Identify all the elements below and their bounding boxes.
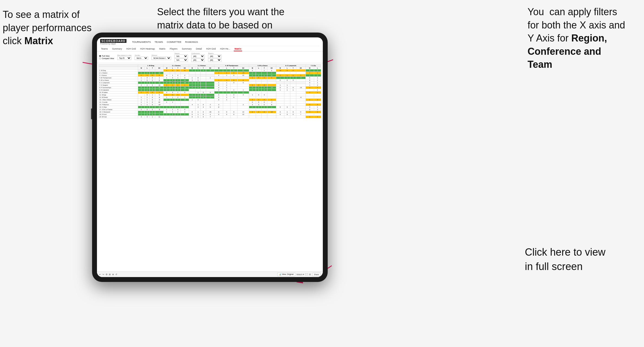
table-row: 1. W Ding 12011 110-2 12017 010 1302 02: [99, 69, 321, 72]
subnav-players[interactable]: Players: [169, 47, 178, 51]
subnav-h2h-grid[interactable]: H2H Grid: [125, 47, 136, 51]
tablet-side-button: [91, 108, 92, 119]
view-full-label: Full View: [102, 55, 109, 57]
annotation-topmid: Select the filters you want the matrix d…: [157, 5, 298, 32]
row-name: 4. M Thorbjornsen: [99, 77, 138, 79]
radio-compact: [99, 57, 101, 59]
subh-l4: L: [223, 67, 230, 69]
filter-division-label: Division: [151, 54, 171, 56]
table-row: 12. M Riedel 110-6 1101 1101 010 -6: [99, 96, 321, 99]
filter-players-select2[interactable]: (All): [208, 58, 222, 62]
subnav-h2h-grid2[interactable]: H2H Grid: [205, 47, 216, 51]
settings-icon[interactable]: ⚙: [106, 273, 108, 276]
filter-region-select[interactable]: N/A: [174, 54, 188, 58]
subnav-matrix[interactable]: Matrix: [158, 47, 166, 51]
filter-gender-select[interactable]: Men's: [135, 56, 148, 60]
layout-icon[interactable]: ⊟: [309, 273, 311, 276]
view-options: Full View Compact View: [99, 55, 114, 59]
subnav-summary2[interactable]: Summary: [181, 47, 192, 51]
refresh-icon[interactable]: ↺: [115, 273, 117, 276]
row-name: 8. P Summerhays: [99, 86, 138, 89]
share-button[interactable]: Share: [312, 273, 321, 276]
table-row: 17. S De La Fuente 200-8 1100 02: [99, 108, 321, 111]
filter-players-select[interactable]: (All): [208, 54, 222, 58]
fullscreen-icon[interactable]: ⛶: [305, 273, 308, 276]
nav-committee[interactable]: COMMITTEE: [167, 41, 181, 43]
filter-region-select2[interactable]: N/A: [174, 58, 188, 62]
subnav-h2h-heatmap[interactable]: H2H Heatmap: [139, 47, 156, 51]
subh-t2: T: [175, 67, 181, 69]
row-name: 11. M Ege: [99, 94, 138, 96]
row-name: 13. J Skov Olesen: [99, 99, 138, 101]
row-name: 15. P Maichon: [99, 104, 138, 106]
subh-w1: W: [138, 67, 145, 69]
view-compact-label: Compact View: [102, 57, 114, 59]
annotation-topleft-text: To see a matrix ofplayer performancescli…: [3, 9, 92, 46]
row-name: 2. L Clanton: [99, 72, 138, 74]
table-row: 6. C Lamprecht 300-16 200-15 20 1106 01: [99, 82, 321, 84]
undo-icon[interactable]: ↩: [99, 273, 101, 276]
subh-t4: T: [230, 67, 237, 69]
filter-division-select[interactable]: NCAA Division I: [151, 56, 171, 60]
subh-w6: W: [276, 67, 284, 69]
view-full[interactable]: Full View: [99, 55, 114, 57]
table-row: 19. D Ford 2001 2020 010-1 00013 0007: [99, 113, 321, 116]
subnav-summary[interactable]: Summary: [111, 47, 123, 51]
filter-division: Division NCAA Division I: [151, 54, 171, 60]
nav-rankings[interactable]: RANKINGS: [185, 41, 198, 43]
row-name: 6. C Lamprecht: [99, 82, 138, 84]
row-name: 1. W Ding: [99, 69, 138, 72]
subh-w3: W: [189, 67, 196, 69]
row-name: 20. M Ford: [99, 116, 138, 118]
view-compact[interactable]: Compact View: [99, 57, 114, 59]
nav-tournaments[interactable]: TOURNAMENTS: [132, 41, 151, 43]
subh-d6: Dif: [296, 67, 305, 69]
row-name: 3. J Koivun: [99, 74, 138, 77]
subh-w5: W: [249, 67, 256, 69]
filter-conference-select[interactable]: (All): [191, 54, 205, 58]
watch-button[interactable]: Watch ▾: [297, 273, 304, 276]
filter-players: Players (All) (All): [208, 53, 222, 62]
subh-w4: W: [214, 67, 223, 69]
annotation-topleft: To see a matrix ofplayer performancescli…: [3, 8, 95, 48]
col-clamprecht: 6. C Lamprecht: [276, 65, 305, 67]
subnav-matrix-active[interactable]: Matrix: [234, 47, 242, 51]
filter-conference-select2[interactable]: (All): [191, 58, 205, 62]
tablet-frame: SCOREBOARD Powered by clippd TOURNAMENTS…: [92, 33, 328, 282]
subnav-teams[interactable]: Teams: [100, 47, 109, 51]
table-row: 14. J Lundin 11010 11 000-7: [99, 101, 321, 104]
table-row: 9. N Gabrelcik 0109 0109 0111 0001 111 1: [99, 89, 321, 91]
subh-t3: T: [201, 67, 206, 69]
table-row: 5. M La Sasso 1506 24124 30 1106 003 01: [99, 79, 321, 82]
redo-icon[interactable]: ↪: [102, 273, 104, 276]
subh-d2: Dif: [181, 67, 189, 69]
subh-d1: Dif: [155, 67, 163, 69]
table-row: 3. J Koivun 1102 0102 01013 04011 0103 1…: [99, 74, 321, 77]
subh-d4: Dif: [238, 67, 249, 69]
filter-max-label: Max players in view: [117, 54, 131, 56]
grid-icon[interactable]: ⊞: [109, 273, 111, 276]
table-row: 18. C Sherwood 2001 1300 010-15 00013 22…: [99, 111, 321, 113]
filter-max-select[interactable]: Top 25: [117, 56, 131, 60]
subnav-detail[interactable]: Detail: [195, 47, 203, 51]
filter-gender-label: Gender: [135, 54, 148, 56]
row-name: 18. C Sherwood: [99, 111, 138, 113]
table-row: 10. B Valdes 1101 0010 100 01011 11: [99, 91, 321, 94]
view-original-button[interactable]: 📊 View: Original: [277, 272, 295, 276]
subh-name: [99, 67, 138, 69]
zoom-icon[interactable]: ⊕: [112, 273, 114, 276]
filter-region-label: Region: [174, 53, 188, 54]
row-name: 19. D Ford: [99, 113, 138, 116]
table-row: 13. J Skov Olesen 110-3 210-19 10 01 220…: [99, 99, 321, 101]
subnav-h2hhe[interactable]: H2H He...: [219, 47, 231, 51]
filter-gender: Gender Men's: [135, 54, 148, 60]
filter-conference-label: Conference: [191, 53, 205, 54]
filter-conference: Conference (All) (All): [191, 53, 205, 62]
subh-l5: L: [256, 67, 262, 69]
col-mthorb: 4. M Thorbjornsen: [214, 65, 249, 67]
filter-players-label: Players: [208, 53, 222, 54]
table-row: 4. M Thorbjornsen 1001 1010 101 1010 110…: [99, 77, 321, 79]
table-row: 16. K Vilips 310-25 2204 330 8 0001 001 …: [99, 106, 321, 108]
tablet-screen: SCOREBOARD Powered by clippd TOURNAMENTS…: [97, 37, 323, 277]
nav-teams[interactable]: TEAMS: [155, 41, 163, 43]
